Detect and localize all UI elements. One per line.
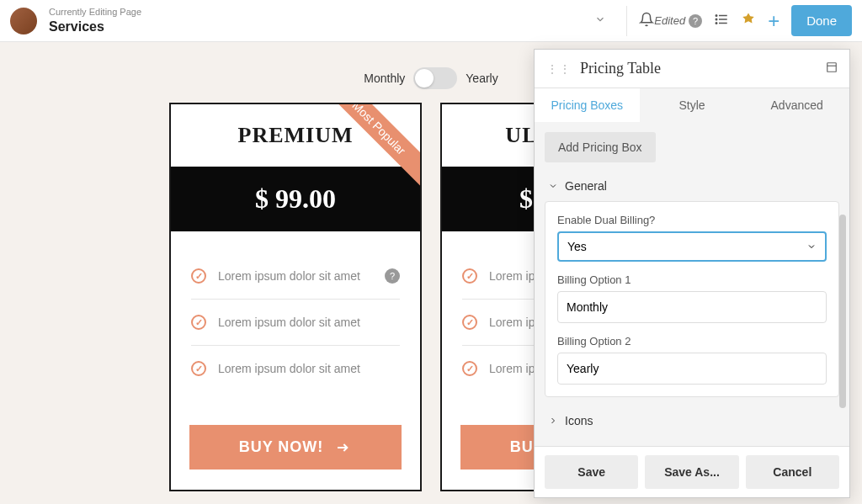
notifications-button[interactable] bbox=[639, 12, 654, 30]
honey-icon-button[interactable] bbox=[741, 12, 756, 30]
check-icon bbox=[462, 268, 477, 284]
save-button[interactable]: Save bbox=[545, 455, 638, 489]
chevron-down-icon bbox=[548, 181, 558, 191]
feature-item: Lorem ipsum dolor sit amet bbox=[191, 300, 400, 346]
svg-rect-8 bbox=[827, 62, 837, 72]
bell-icon bbox=[639, 12, 654, 27]
page-title: Services bbox=[49, 19, 141, 34]
section-general[interactable]: General bbox=[545, 171, 839, 201]
toggle-label-right: Yearly bbox=[466, 72, 498, 85]
section-icons[interactable]: Icons bbox=[545, 406, 839, 436]
add-pricing-box-button[interactable]: Add Pricing Box bbox=[545, 132, 656, 162]
help-icon[interactable]: ? bbox=[689, 14, 702, 28]
tab-style[interactable]: Style bbox=[640, 88, 745, 122]
field-billing-option-2: Billing Option 2 bbox=[557, 335, 827, 385]
dual-billing-select[interactable]: Yes bbox=[557, 231, 827, 262]
check-icon bbox=[191, 315, 206, 330]
billing-option-2-input[interactable] bbox=[557, 353, 827, 385]
outline-icon bbox=[714, 12, 729, 27]
save-as-button[interactable]: Save As... bbox=[645, 455, 738, 489]
divider bbox=[626, 6, 627, 36]
drag-handle-icon[interactable]: ⋮⋮ bbox=[546, 62, 572, 76]
edited-status: Edited ? bbox=[654, 14, 702, 28]
card-price: $ 99.00 bbox=[171, 167, 420, 231]
page-info-label: Currently Editing Page bbox=[49, 7, 141, 18]
cancel-button[interactable]: Cancel bbox=[746, 455, 839, 489]
svg-point-3 bbox=[716, 14, 717, 16]
check-icon bbox=[462, 315, 477, 330]
section-general-body: Enable Dual Billing? Yes Billing Option … bbox=[545, 201, 839, 397]
honey-icon bbox=[741, 12, 756, 27]
field-label: Billing Option 1 bbox=[557, 273, 827, 286]
expand-button[interactable] bbox=[826, 61, 838, 77]
panel-header[interactable]: ⋮⋮ Pricing Table bbox=[535, 50, 849, 88]
done-button[interactable]: Done bbox=[791, 5, 852, 36]
help-icon[interactable]: ? bbox=[385, 268, 400, 284]
chevron-down-icon bbox=[806, 241, 817, 252]
panel-title: Pricing Table bbox=[580, 60, 826, 77]
check-icon bbox=[191, 361, 206, 376]
tab-pricing-boxes[interactable]: Pricing Boxes bbox=[535, 88, 640, 122]
panel-body: Add Pricing Box General Enable Dual Bill… bbox=[535, 122, 849, 446]
add-button[interactable]: + bbox=[768, 9, 780, 33]
feature-list: Lorem ipsum dolor sit amet? Lorem ipsum … bbox=[171, 231, 420, 408]
arrow-right-icon bbox=[333, 441, 352, 454]
check-icon bbox=[191, 268, 206, 284]
buy-button[interactable]: BUY NOW! bbox=[189, 425, 402, 470]
billing-option-1-input[interactable] bbox=[557, 291, 827, 323]
billing-toggle: Monthly Yearly bbox=[364, 67, 498, 89]
field-billing-option-1: Billing Option 1 bbox=[557, 273, 827, 323]
pricing-card[interactable]: Most Popular PREMIUM $ 99.00 Lorem ipsum… bbox=[169, 103, 422, 491]
settings-panel: ⋮⋮ Pricing Table Pricing Boxes Style Adv… bbox=[534, 49, 850, 498]
check-icon bbox=[462, 361, 477, 376]
chevron-right-icon bbox=[548, 416, 558, 426]
billing-toggle-switch[interactable] bbox=[413, 67, 457, 89]
topbar-actions: Edited ? + Done bbox=[654, 5, 852, 36]
field-label: Billing Option 2 bbox=[557, 335, 827, 347]
chevron-down-icon bbox=[594, 13, 606, 25]
panel-tabs: Pricing Boxes Style Advanced bbox=[535, 88, 849, 122]
svg-point-4 bbox=[716, 19, 717, 20]
logo-icon bbox=[10, 8, 37, 34]
page-info: Currently Editing Page Services bbox=[49, 7, 141, 34]
top-bar: Currently Editing Page Services Edited ?… bbox=[0, 0, 862, 42]
feature-item: Lorem ipsum dolor sit amet bbox=[191, 346, 400, 391]
svg-point-5 bbox=[716, 22, 717, 24]
window-icon bbox=[826, 61, 838, 73]
outline-button[interactable] bbox=[714, 12, 729, 30]
tab-advanced[interactable]: Advanced bbox=[744, 88, 849, 122]
field-label: Enable Dual Billing? bbox=[557, 214, 827, 226]
toggle-knob bbox=[415, 69, 434, 88]
feature-item: Lorem ipsum dolor sit amet? bbox=[191, 253, 400, 300]
page-dropdown[interactable] bbox=[586, 13, 615, 29]
panel-footer: Save Save As... Cancel bbox=[535, 446, 849, 497]
toggle-label-left: Monthly bbox=[364, 72, 405, 85]
scrollbar[interactable] bbox=[839, 215, 846, 408]
field-dual-billing: Enable Dual Billing? Yes bbox=[557, 214, 827, 262]
